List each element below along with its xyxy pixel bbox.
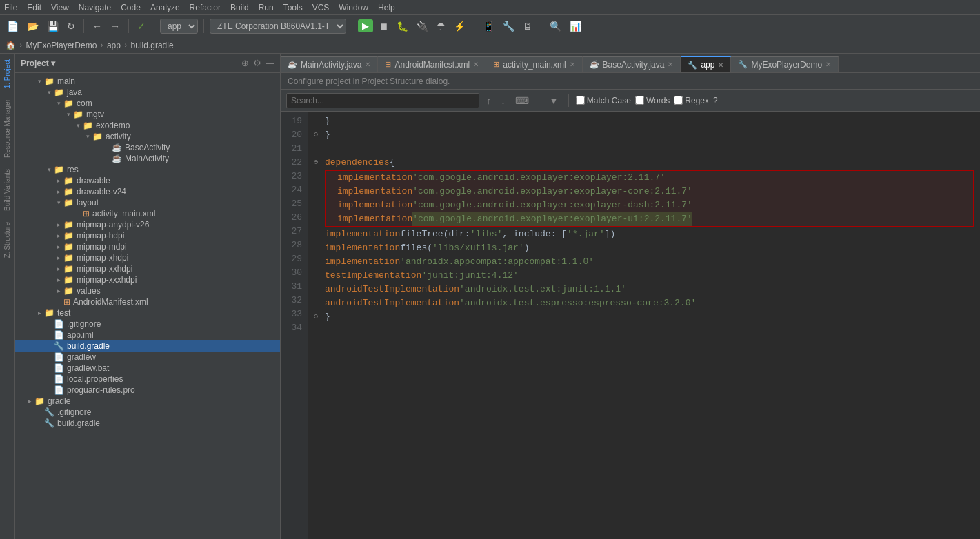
debug-button[interactable]: 🐛 xyxy=(394,19,411,33)
project-collapse-btn[interactable]: — xyxy=(266,58,274,68)
side-tab-resource-manager[interactable]: Resource Manager xyxy=(2,96,12,161)
tab-close-android-manifest[interactable]: ✕ xyxy=(473,61,479,68)
toolbar-undo[interactable]: ✓ xyxy=(134,19,148,33)
tree-item-app-iml[interactable]: 📄 app.iml xyxy=(15,329,280,340)
attach-debugger[interactable]: 🔌 xyxy=(414,19,431,33)
tab-app-gradle[interactable]: 🔧 app ✕ xyxy=(681,56,731,72)
tree-item-gitignore[interactable]: 📄 .gitignore xyxy=(15,318,280,329)
project-add-btn[interactable]: ⊕ xyxy=(241,58,249,68)
menu-edit[interactable]: Edit xyxy=(27,3,41,12)
run-button[interactable]: ▶ xyxy=(358,19,373,32)
tree-item-mipmap-hdpi[interactable]: ▸ 📁 mipmap-hdpi xyxy=(15,230,280,241)
tree-item-test[interactable]: ▸ 📁 test xyxy=(15,307,280,318)
tab-close-main-activity[interactable]: ✕ xyxy=(365,61,370,68)
menu-help[interactable]: Help xyxy=(378,3,395,12)
tree-item-build-gradle-app[interactable]: 🔧 build.gradle xyxy=(15,340,280,352)
tree-item-mipmap-xhdpi[interactable]: ▸ 📁 mipmap-xhdpi xyxy=(15,252,280,263)
breadcrumb-module[interactable]: app xyxy=(107,41,121,50)
find-input[interactable] xyxy=(286,93,479,108)
device-dropdown[interactable]: ZTE Corporation B860AV1.1-T xyxy=(210,19,346,34)
tree-item-activity-main-xml[interactable]: ⊞ activity_main.xml xyxy=(15,208,280,219)
tree-item-com[interactable]: ▾ 📁 com xyxy=(15,98,280,109)
menu-view[interactable]: View xyxy=(51,3,69,12)
toolbar-back[interactable]: ← xyxy=(90,19,105,33)
tree-item-local-properties[interactable]: 📄 local.properties xyxy=(15,374,280,385)
sdk-button[interactable]: 🔧 xyxy=(500,19,517,33)
breadcrumb-file[interactable]: build.gradle xyxy=(131,41,174,50)
regex-label[interactable]: Regex xyxy=(674,96,709,105)
emulator-button[interactable]: 🖥 xyxy=(520,19,535,33)
tab-close-app[interactable]: ✕ xyxy=(718,61,723,69)
tree-item-mipmap-xxhdpi[interactable]: ▸ 📁 mipmap-xxhdpi xyxy=(15,263,280,274)
find-match-btn[interactable]: ⌨ xyxy=(512,94,532,108)
regex-checkbox[interactable] xyxy=(674,96,683,105)
tree-item-base-activity[interactable]: ☕ BaseActivity xyxy=(15,142,280,153)
tab-base-activity[interactable]: ☕ BaseActivity.java ✕ xyxy=(583,56,681,72)
toolbar-forward[interactable]: → xyxy=(108,19,123,33)
toolbar-new[interactable]: 📄 xyxy=(4,19,21,33)
tree-item-exodemo[interactable]: ▾ 📁 exodemo xyxy=(15,120,280,131)
menu-navigate[interactable]: Navigate xyxy=(79,3,111,12)
breadcrumb-project[interactable]: MyExoPlayerDemo xyxy=(26,41,97,50)
match-case-label[interactable]: Match Case xyxy=(576,96,631,105)
menu-tools[interactable]: Tools xyxy=(283,3,303,12)
app-config-dropdown[interactable]: app xyxy=(160,19,198,34)
tree-item-layout[interactable]: ▾ 📁 layout xyxy=(15,197,280,208)
stop-button[interactable]: ⏹ xyxy=(376,19,391,33)
tree-item-build-gradle-root[interactable]: 🔧 build.gradle xyxy=(15,418,280,429)
code-content[interactable]: } ⊖ } ⊖ dependencies { xyxy=(308,112,980,539)
tree-item-drawable[interactable]: ▸ 📁 drawable xyxy=(15,175,280,186)
tree-item-mipmap-mdpi[interactable]: ▸ 📁 mipmap-mdpi xyxy=(15,241,280,252)
tab-close-activity-main[interactable]: ✕ xyxy=(570,61,575,68)
tab-android-manifest[interactable]: ⊞ AndroidManifest.xml ✕ xyxy=(378,56,486,72)
tree-item-activity[interactable]: ▾ 📁 activity xyxy=(15,131,280,142)
tree-item-gradlew[interactable]: 📄 gradlew xyxy=(15,352,280,363)
fold-22[interactable]: ⊖ xyxy=(314,156,322,170)
tree-item-proguard[interactable]: 📄 proguard-rules.pro xyxy=(15,385,280,396)
tree-item-java[interactable]: ▾ 📁 java xyxy=(15,87,280,98)
android-profiler[interactable]: 📊 xyxy=(567,19,584,33)
tab-close-myexoplayer[interactable]: ✕ xyxy=(826,61,831,68)
tab-close-base-activity[interactable]: ✕ xyxy=(668,61,673,68)
menu-build[interactable]: Build xyxy=(230,3,249,12)
project-settings-btn[interactable]: ⚙ xyxy=(253,58,261,68)
side-tab-project[interactable]: 1: Project xyxy=(2,57,12,91)
menu-refactor[interactable]: Refactor xyxy=(190,3,221,12)
tree-item-android-manifest[interactable]: ⊞ AndroidManifest.xml xyxy=(15,296,280,307)
menu-window[interactable]: Window xyxy=(339,3,368,12)
side-tab-build-variants[interactable]: Build Variants xyxy=(2,166,12,214)
breadcrumb-root[interactable]: 🏠 xyxy=(6,41,16,50)
tree-item-drawable-v24[interactable]: ▸ 📁 drawable-v24 xyxy=(15,186,280,197)
menu-file[interactable]: File xyxy=(4,3,17,12)
profile-button[interactable]: ⚡ xyxy=(451,19,468,33)
avd-button[interactable]: 📱 xyxy=(480,19,497,33)
menu-code[interactable]: Code xyxy=(121,3,141,12)
coverage-button[interactable]: ☂ xyxy=(434,19,448,33)
match-case-checkbox[interactable] xyxy=(576,96,585,105)
menu-analyze[interactable]: Analyze xyxy=(150,3,180,12)
toolbar-save[interactable]: 💾 xyxy=(44,19,61,33)
tree-item-gradle-folder[interactable]: ▸ 📁 gradle xyxy=(15,396,280,407)
menu-run[interactable]: Run xyxy=(259,3,274,12)
tree-item-mgtv[interactable]: ▾ 📁 mgtv xyxy=(15,109,280,120)
side-tab-structure[interactable]: Z: Structure xyxy=(2,219,12,261)
tab-main-activity[interactable]: ☕ MainActivity.java ✕ xyxy=(281,56,378,72)
fold-33[interactable]: ⊖ xyxy=(314,310,322,324)
tree-item-mipmap-xxxhdpi[interactable]: ▸ 📁 mipmap-xxxhdpi xyxy=(15,274,280,285)
tree-item-mipmap-anydpi[interactable]: ▸ 📁 mipmap-anydpi-v26 xyxy=(15,219,280,230)
tree-item-gitignore-root[interactable]: 🔧 .gitignore xyxy=(15,407,280,418)
tree-item-gradlew-bat[interactable]: 📄 gradlew.bat xyxy=(15,363,280,374)
toolbar-sync[interactable]: ↻ xyxy=(64,19,78,33)
fold-20[interactable]: ⊖ xyxy=(314,128,322,142)
tab-myexoplayer-demo[interactable]: 🔧 MyExoPlayerDemo ✕ xyxy=(731,56,839,72)
tree-item-values[interactable]: ▸ 📁 values xyxy=(15,285,280,296)
find-prev-btn[interactable]: ↑ xyxy=(483,94,494,108)
tree-item-main-activity[interactable]: ☕ MainActivity xyxy=(15,153,280,164)
tab-activity-main-xml[interactable]: ⊞ activity_main.xml ✕ xyxy=(486,56,582,72)
search-button[interactable]: 🔍 xyxy=(547,19,564,33)
tree-item-res[interactable]: ▾ 📁 res xyxy=(15,164,280,175)
tree-item-main[interactable]: ▾ 📁 main xyxy=(15,76,280,87)
words-label[interactable]: Words xyxy=(635,96,670,105)
find-filter-btn[interactable]: ▼ xyxy=(546,94,561,108)
words-checkbox[interactable] xyxy=(635,96,644,105)
